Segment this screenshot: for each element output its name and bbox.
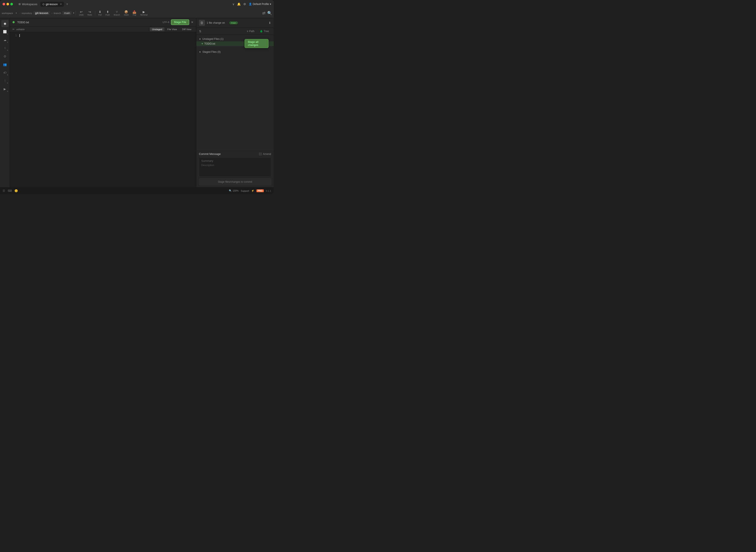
tab-close-icon[interactable]: ✕ xyxy=(60,3,62,6)
amend-checkbox[interactable] xyxy=(259,153,262,155)
add-tab-button[interactable]: + xyxy=(65,2,70,6)
tree-tab-label: Tree xyxy=(264,30,269,33)
tags-icon: 🏷 xyxy=(3,71,6,74)
pro-badge: PRO xyxy=(256,189,264,192)
emoji-icon[interactable]: 😊 xyxy=(14,189,18,192)
toolbar: workspace + › repository git-lesson › br… xyxy=(0,8,274,18)
unstaged-view-btn[interactable]: Unstaged xyxy=(150,27,164,31)
file-view-btn[interactable]: File View xyxy=(165,27,179,31)
profile-icon: 👤 xyxy=(249,3,252,6)
terminal-button[interactable]: ▶ Terminal xyxy=(138,9,149,17)
editor-header: TODO.txt UTF-8 Stage File ✕ xyxy=(10,18,196,26)
list-view-icon[interactable]: ☰ xyxy=(3,189,5,192)
unstaged-chevron-icon: ▼ xyxy=(199,38,201,40)
stage-files-commit-button[interactable]: Stage files/changes to commit xyxy=(199,178,271,185)
workspace-section: workspace + › xyxy=(2,11,20,15)
editable-label: editable xyxy=(16,28,25,31)
settings-icon[interactable]: ⚙ xyxy=(243,2,246,6)
switch-layout-icon[interactable]: ⇄ xyxy=(262,11,265,15)
sidebar-item-github[interactable]: ⊙ xyxy=(1,52,9,60)
tab-bar: ⊞ Workspaces ◇ git-lesson ✕ + xyxy=(16,2,231,7)
keyboard-icon[interactable]: ⌨ xyxy=(8,189,12,192)
sidebar-item-team[interactable]: 👥 xyxy=(1,61,9,68)
staged-section-label: Staged Files (0) xyxy=(202,50,221,53)
push-button[interactable]: ⬆ Push xyxy=(104,9,112,17)
notifications-icon[interactable]: 🔔 xyxy=(237,2,241,6)
editor-close-icon[interactable]: ✕ xyxy=(191,20,194,24)
sidebar-item-local[interactable]: ⬜ 1 xyxy=(1,28,9,35)
pull-label: Pull xyxy=(98,14,102,16)
sidebar-item-branches[interactable]: ⑂ 0 xyxy=(1,44,9,52)
profile-button[interactable]: 👤 Default Profile ▾ xyxy=(249,3,271,6)
undo-button[interactable]: ↩ Undo xyxy=(77,9,85,17)
staged-chevron-icon: ▼ xyxy=(199,51,201,53)
pull-button[interactable]: ⬇ Pull xyxy=(97,9,103,17)
workspace-chevron: › xyxy=(19,12,20,15)
workspace-add-button[interactable]: + xyxy=(14,11,19,15)
maximize-dot[interactable] xyxy=(10,3,13,5)
close-dot[interactable] xyxy=(3,3,5,5)
file-added-indicator xyxy=(12,21,15,23)
sidebar-item-tags[interactable]: 🏷 0 xyxy=(1,69,9,76)
pop-button[interactable]: 📤 Pop xyxy=(131,9,138,17)
path-tab[interactable]: ≡ Path xyxy=(245,29,257,33)
stash-sidebar-icon: ⋮ xyxy=(3,79,6,83)
pencil-icon: ✏ xyxy=(12,28,15,31)
path-tree-tabs: ≡ Path 🌲 Tree Stage all changes xyxy=(245,29,271,33)
tab-git-lesson[interactable]: ◇ git-lesson ✕ xyxy=(40,2,64,7)
redo-button[interactable]: ↪ Redo xyxy=(86,9,94,17)
encoding-badge: UTF-8 xyxy=(162,21,169,23)
branch-dropdown-icon[interactable]: ▾ xyxy=(73,12,74,14)
sidebar: ◉ ⬜ 1 ☁ 1 ⑂ 0 ⊙ 👥 🏷 0 ⋮ 0 ▶ 0 xyxy=(0,18,10,187)
editor-actions: UTF-8 Stage File ✕ xyxy=(162,19,194,25)
toolbar-right: ⇄ 🔍 xyxy=(262,11,272,15)
sidebar-item-actions[interactable]: ▶ 0 xyxy=(1,85,9,93)
sidebar-item-remote[interactable]: ☁ 1 xyxy=(1,36,9,43)
minimize-dot[interactable] xyxy=(6,3,9,5)
titlebar: ⊞ Workspaces ◇ git-lesson ✕ + ∨ 🔔 ⚙ 👤 De… xyxy=(0,0,274,8)
pop-icon: 📤 xyxy=(133,10,136,14)
stage-file-button[interactable]: Stage File xyxy=(171,19,189,25)
discard-all-button[interactable]: 🗑 xyxy=(199,20,205,26)
status-bar: ☰ ⌨ 😊 🔍 130% Support ⚡ PRO 9.1.1 xyxy=(0,187,274,194)
search-icon[interactable]: 🔍 xyxy=(267,11,272,15)
editor-toolbar: ✏ editable Unstaged File View Diff View xyxy=(10,26,196,32)
sidebar-item-stash[interactable]: ⋮ 0 xyxy=(1,77,9,85)
repository-label: repository xyxy=(21,12,32,14)
editor-area: TODO.txt UTF-8 Stage File ✕ ✏ editable U… xyxy=(10,18,196,187)
tree-tab[interactable]: 🌲 Tree xyxy=(258,29,271,33)
redo-icon: ↪ xyxy=(89,10,91,14)
branches-badge: 0 xyxy=(7,49,8,51)
branch-button[interactable]: ⑂ Branch xyxy=(112,9,122,17)
line-numbers: 1 xyxy=(12,34,17,186)
redo-label: Redo xyxy=(88,14,92,16)
commit-message-box[interactable]: Summary Description xyxy=(199,157,271,177)
chevron-down-icon[interactable]: ∨ xyxy=(232,2,235,6)
titlebar-right: ∨ 🔔 ⚙ 👤 Default Profile ▾ xyxy=(232,2,271,6)
github-icon: ⊙ xyxy=(4,54,6,58)
staged-section-header[interactable]: ▼ Staged Files (0) xyxy=(196,49,274,54)
support-link[interactable]: Support xyxy=(241,189,249,192)
branch-icon: ⑂ xyxy=(116,10,118,14)
tab-git-lesson-label: git-lesson xyxy=(46,3,58,6)
editor-text-area[interactable] xyxy=(19,34,194,186)
trash-icon: 🗑 xyxy=(200,21,204,25)
tab-workspaces-label: Workspaces xyxy=(22,3,37,6)
actions-badge: 0 xyxy=(7,90,8,92)
tab-workspaces[interactable]: ⊞ Workspaces xyxy=(16,2,39,7)
stage-all-changes-button[interactable]: Stage all changes xyxy=(245,39,268,48)
zoom-level: 🔍 130% xyxy=(229,189,239,192)
editor-content: 1 xyxy=(10,32,196,187)
diff-view-btn[interactable]: Diff View xyxy=(180,27,194,31)
sidebar-item-current[interactable]: ◉ xyxy=(1,20,9,27)
repo-name[interactable]: git-lesson xyxy=(33,11,50,15)
download-icon[interactable]: ⬇ xyxy=(268,21,271,25)
branch-selector[interactable]: main xyxy=(62,11,72,15)
profile-label: Default Profile xyxy=(253,3,269,6)
sort-icon[interactable]: ⇅ xyxy=(199,29,202,33)
undo-icon: ↩ xyxy=(80,10,83,14)
amend-section: Amend xyxy=(259,153,271,156)
traffic-lights xyxy=(3,3,13,5)
stash-button[interactable]: 📦 Stash xyxy=(122,9,130,17)
local-icon: ⬜ xyxy=(3,30,7,33)
